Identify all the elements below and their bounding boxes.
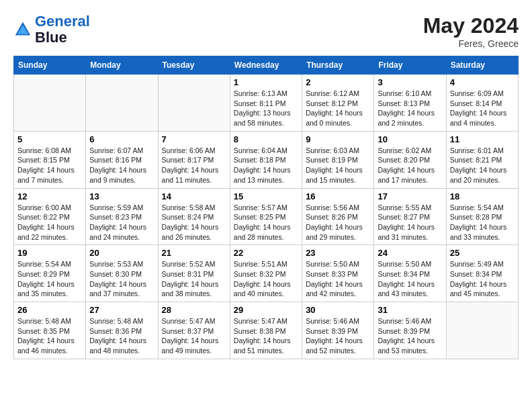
calendar-cell: 8Sunrise: 6:04 AM Sunset: 8:18 PM Daylig… <box>230 131 302 188</box>
calendar-cell: 25Sunrise: 5:49 AM Sunset: 8:34 PM Dayli… <box>446 245 518 302</box>
weekday-wednesday: Wednesday <box>230 56 302 75</box>
day-number: 16 <box>306 191 370 201</box>
day-number: 2 <box>306 77 370 87</box>
calendar-cell: 9Sunrise: 6:03 AM Sunset: 8:19 PM Daylig… <box>302 131 374 188</box>
calendar-cell: 12Sunrise: 6:00 AM Sunset: 8:22 PM Dayli… <box>14 188 86 245</box>
calendar-cell <box>158 75 230 132</box>
calendar-cell: 5Sunrise: 6:08 AM Sunset: 8:15 PM Daylig… <box>14 131 86 188</box>
weekday-thursday: Thursday <box>302 56 374 75</box>
day-number: 1 <box>234 77 298 87</box>
day-info: Sunrise: 5:54 AM Sunset: 8:29 PM Dayligh… <box>17 259 82 299</box>
weekday-saturday: Saturday <box>446 56 518 75</box>
calendar-cell: 24Sunrise: 5:50 AM Sunset: 8:34 PM Dayli… <box>374 245 446 302</box>
calendar-cell: 4Sunrise: 6:09 AM Sunset: 8:14 PM Daylig… <box>446 75 518 132</box>
weekday-header-row: SundayMondayTuesdayWednesdayThursdayFrid… <box>14 56 519 75</box>
weekday-sunday: Sunday <box>14 56 86 75</box>
calendar-cell: 27Sunrise: 5:48 AM Sunset: 8:36 PM Dayli… <box>86 302 158 359</box>
day-info: Sunrise: 5:54 AM Sunset: 8:28 PM Dayligh… <box>450 203 515 242</box>
day-number: 8 <box>234 134 298 144</box>
weekday-monday: Monday <box>86 56 158 75</box>
day-info: Sunrise: 6:10 AM Sunset: 8:13 PM Dayligh… <box>378 89 442 128</box>
calendar-cell: 1Sunrise: 6:13 AM Sunset: 8:11 PM Daylig… <box>230 75 302 132</box>
day-info: Sunrise: 5:46 AM Sunset: 8:39 PM Dayligh… <box>306 316 370 356</box>
day-number: 15 <box>234 191 298 201</box>
day-info: Sunrise: 6:06 AM Sunset: 8:17 PM Dayligh… <box>162 146 226 185</box>
day-info: Sunrise: 6:03 AM Sunset: 8:19 PM Dayligh… <box>306 146 370 185</box>
day-number: 9 <box>306 134 370 144</box>
day-info: Sunrise: 5:50 AM Sunset: 8:33 PM Dayligh… <box>306 259 370 299</box>
day-info: Sunrise: 5:49 AM Sunset: 8:34 PM Dayligh… <box>450 259 515 299</box>
day-number: 17 <box>378 191 442 201</box>
calendar-cell: 14Sunrise: 5:58 AM Sunset: 8:24 PM Dayli… <box>158 188 230 245</box>
day-number: 21 <box>162 248 226 258</box>
calendar-cell: 16Sunrise: 5:56 AM Sunset: 8:26 PM Dayli… <box>302 188 374 245</box>
day-info: Sunrise: 5:48 AM Sunset: 8:35 PM Dayligh… <box>17 316 82 356</box>
month-title: May 2024 <box>423 13 519 38</box>
day-number: 5 <box>17 134 82 144</box>
calendar-cell: 22Sunrise: 5:51 AM Sunset: 8:32 PM Dayli… <box>230 245 302 302</box>
calendar-cell <box>14 75 86 132</box>
day-number: 28 <box>162 305 226 315</box>
day-info: Sunrise: 6:12 AM Sunset: 8:12 PM Dayligh… <box>306 89 370 128</box>
logo-text: General Blue <box>35 13 90 46</box>
day-number: 6 <box>89 134 154 144</box>
calendar-cell: 6Sunrise: 6:07 AM Sunset: 8:16 PM Daylig… <box>86 131 158 188</box>
calendar-cell: 28Sunrise: 5:47 AM Sunset: 8:37 PM Dayli… <box>158 302 230 359</box>
day-info: Sunrise: 6:01 AM Sunset: 8:21 PM Dayligh… <box>450 146 515 185</box>
day-number: 22 <box>234 248 298 258</box>
day-info: Sunrise: 5:56 AM Sunset: 8:26 PM Dayligh… <box>306 203 370 242</box>
day-info: Sunrise: 5:52 AM Sunset: 8:31 PM Dayligh… <box>162 259 226 299</box>
day-info: Sunrise: 5:47 AM Sunset: 8:37 PM Dayligh… <box>162 316 226 356</box>
calendar-cell <box>446 302 518 359</box>
day-info: Sunrise: 6:13 AM Sunset: 8:11 PM Dayligh… <box>234 89 298 128</box>
day-number: 19 <box>17 248 82 258</box>
day-info: Sunrise: 5:51 AM Sunset: 8:32 PM Dayligh… <box>234 259 298 299</box>
day-number: 14 <box>162 191 226 201</box>
calendar-body: 1Sunrise: 6:13 AM Sunset: 8:11 PM Daylig… <box>14 75 519 359</box>
day-info: Sunrise: 5:50 AM Sunset: 8:34 PM Dayligh… <box>378 259 442 299</box>
day-number: 11 <box>450 134 515 144</box>
page-header: General Blue May 2024 Feres, Greece <box>13 13 519 49</box>
calendar-cell: 31Sunrise: 5:46 AM Sunset: 8:39 PM Dayli… <box>374 302 446 359</box>
day-number: 24 <box>378 248 442 258</box>
calendar-cell: 18Sunrise: 5:54 AM Sunset: 8:28 PM Dayli… <box>446 188 518 245</box>
calendar-cell: 10Sunrise: 6:02 AM Sunset: 8:20 PM Dayli… <box>374 131 446 188</box>
day-info: Sunrise: 6:00 AM Sunset: 8:22 PM Dayligh… <box>17 203 82 242</box>
day-info: Sunrise: 6:04 AM Sunset: 8:18 PM Dayligh… <box>234 146 298 185</box>
day-info: Sunrise: 6:08 AM Sunset: 8:15 PM Dayligh… <box>17 146 82 185</box>
logo: General Blue <box>13 13 90 46</box>
day-info: Sunrise: 5:58 AM Sunset: 8:24 PM Dayligh… <box>162 203 226 242</box>
day-info: Sunrise: 6:07 AM Sunset: 8:16 PM Dayligh… <box>89 146 154 185</box>
day-number: 13 <box>89 191 154 201</box>
calendar-table: SundayMondayTuesdayWednesdayThursdayFrid… <box>13 56 519 359</box>
location: Feres, Greece <box>423 38 519 49</box>
calendar-cell: 19Sunrise: 5:54 AM Sunset: 8:29 PM Dayli… <box>14 245 86 302</box>
day-number: 4 <box>450 77 515 87</box>
calendar-cell: 3Sunrise: 6:10 AM Sunset: 8:13 PM Daylig… <box>374 75 446 132</box>
logo-icon <box>13 20 32 39</box>
calendar-cell: 21Sunrise: 5:52 AM Sunset: 8:31 PM Dayli… <box>158 245 230 302</box>
day-info: Sunrise: 5:55 AM Sunset: 8:27 PM Dayligh… <box>378 203 442 242</box>
day-info: Sunrise: 6:02 AM Sunset: 8:20 PM Dayligh… <box>378 146 442 185</box>
calendar-cell: 11Sunrise: 6:01 AM Sunset: 8:21 PM Dayli… <box>446 131 518 188</box>
day-info: Sunrise: 5:59 AM Sunset: 8:23 PM Dayligh… <box>89 203 154 242</box>
day-number: 30 <box>306 305 370 315</box>
day-number: 12 <box>17 191 82 201</box>
calendar-cell: 20Sunrise: 5:53 AM Sunset: 8:30 PM Dayli… <box>86 245 158 302</box>
day-info: Sunrise: 5:47 AM Sunset: 8:38 PM Dayligh… <box>234 316 298 356</box>
weekday-tuesday: Tuesday <box>158 56 230 75</box>
day-number: 29 <box>234 305 298 315</box>
day-info: Sunrise: 5:46 AM Sunset: 8:39 PM Dayligh… <box>378 316 442 356</box>
day-number: 20 <box>89 248 154 258</box>
day-info: Sunrise: 5:57 AM Sunset: 8:25 PM Dayligh… <box>234 203 298 242</box>
day-info: Sunrise: 5:48 AM Sunset: 8:36 PM Dayligh… <box>89 316 154 356</box>
day-info: Sunrise: 6:09 AM Sunset: 8:14 PM Dayligh… <box>450 89 515 128</box>
weekday-friday: Friday <box>374 56 446 75</box>
calendar-week-1: 5Sunrise: 6:08 AM Sunset: 8:15 PM Daylig… <box>14 131 519 188</box>
calendar-cell: 30Sunrise: 5:46 AM Sunset: 8:39 PM Dayli… <box>302 302 374 359</box>
calendar-cell: 15Sunrise: 5:57 AM Sunset: 8:25 PM Dayli… <box>230 188 302 245</box>
day-number: 27 <box>89 305 154 315</box>
day-number: 26 <box>17 305 82 315</box>
calendar-cell: 7Sunrise: 6:06 AM Sunset: 8:17 PM Daylig… <box>158 131 230 188</box>
day-number: 10 <box>378 134 442 144</box>
